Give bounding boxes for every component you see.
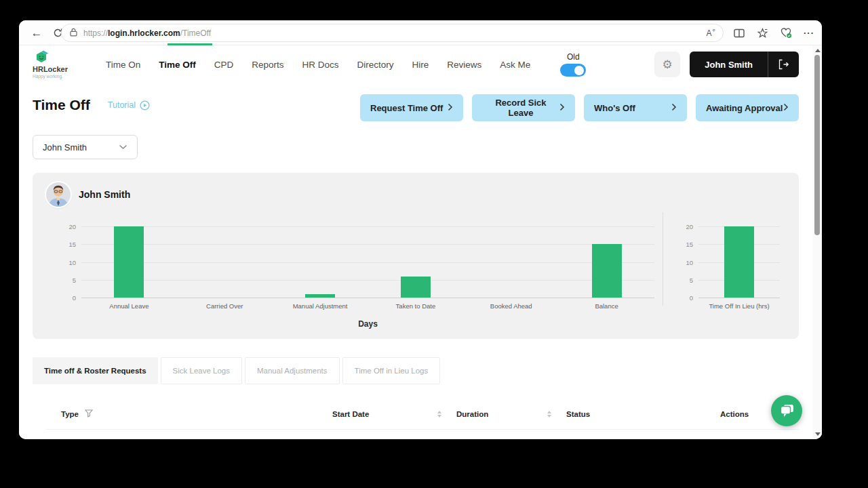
column-header-start-date[interactable]: Start Date (332, 399, 369, 430)
scroll-up-icon[interactable] (815, 49, 821, 52)
y-axis-tick: 10 (674, 259, 693, 266)
nav-item-reports[interactable]: Reports (252, 60, 283, 70)
tutorial-link[interactable]: Tutorial (108, 100, 150, 110)
request-time-off-button[interactable]: Request Time Off (360, 94, 463, 121)
y-axis-tick: 5 (57, 277, 76, 284)
nav-items: Time OnTime OffCPDReportsHR DocsDirector… (106, 60, 530, 70)
favorites-star-icon[interactable] (757, 20, 768, 45)
log-tabs: Time off & Roster RequestsSick Leave Log… (33, 357, 440, 384)
who-s-off-button[interactable]: Who's Off (584, 94, 687, 121)
app-content: HRLocker Happy working. Time OnTime OffC… (19, 45, 822, 439)
button-label: Record Sick Leave (482, 98, 559, 118)
tutorial-label: Tutorial (108, 100, 136, 110)
x-axis-category: Manual Adjustment (273, 302, 368, 310)
y-axis-tick: 15 (57, 241, 76, 248)
x-axis-category: Taken to Date (368, 302, 464, 310)
button-label: Awaiting Approval (706, 103, 783, 113)
column-header-type[interactable]: Type (61, 399, 93, 430)
sort-icon[interactable] (547, 399, 551, 430)
chevron-down-icon (119, 144, 127, 150)
y-axis-tick: 20 (57, 223, 76, 230)
nav-item-hire[interactable]: Hire (412, 60, 429, 70)
button-label: Request Time Off (370, 103, 443, 113)
employee-select-value: John Smith (43, 142, 87, 152)
hrlocker-logo[interactable]: HRLocker Happy working. (33, 49, 68, 79)
logout-icon[interactable] (768, 59, 799, 70)
scroll-down-icon[interactable] (815, 432, 821, 436)
nav-item-ask-me[interactable]: Ask Me (500, 60, 530, 70)
chevron-right-icon (783, 103, 789, 113)
scrollbar-thumb[interactable] (814, 55, 820, 235)
record-sick-leave-button[interactable]: Record Sick Leave (472, 94, 575, 121)
tab-time-off-roster-requests[interactable]: Time off & Roster Requests (33, 357, 158, 384)
y-axis-tick: 0 (674, 294, 693, 302)
chat-bubbles-icon (778, 403, 795, 418)
nav-item-time-off[interactable]: Time Off (159, 60, 196, 70)
y-axis-tick: 0 (57, 294, 76, 302)
column-header-status: Status (566, 399, 590, 430)
y-axis-tick: 15 (674, 241, 693, 248)
chevron-right-icon (671, 103, 677, 113)
gridline (81, 298, 654, 298)
table-header-row (46, 399, 799, 430)
play-circle-icon (140, 100, 150, 110)
lock-icon[interactable] (70, 27, 77, 39)
nav-item-cpd[interactable]: CPD (214, 60, 234, 70)
address-bar[interactable]: https://login.hrlocker.com/TimeOff A» (61, 24, 724, 42)
nav-item-time-on[interactable]: Time On (106, 60, 140, 70)
gridline (81, 262, 654, 263)
column-label: Duration (456, 410, 488, 418)
chat-widget-button[interactable] (771, 395, 802, 426)
tab-sick-leave-logs[interactable]: Sick Leave Logs (161, 357, 242, 384)
tab-manual-adjustments[interactable]: Manual Adjustments (245, 357, 340, 384)
column-label: Type (61, 410, 79, 418)
logo-tagline: Happy working. (33, 75, 68, 79)
browser-essentials-icon[interactable] (780, 20, 793, 45)
quick-actions: Request Time OffRecord Sick LeaveWho's O… (360, 94, 799, 121)
hrlocker-logo-icon (33, 49, 49, 65)
sort-icon[interactable] (437, 399, 441, 430)
vertical-scrollbar[interactable] (812, 45, 822, 439)
user-name: John Smith (690, 60, 768, 70)
column-label: Start Date (332, 410, 369, 418)
profile-name: John Smith (79, 189, 130, 200)
progress-indicator (167, 43, 212, 45)
y-axis-tick: 20 (674, 223, 693, 230)
y-axis-tick: 5 (674, 277, 693, 284)
old-version-toggle[interactable]: Old (560, 52, 586, 77)
browser-toolbar: ← https://login.hrlocker.com/TimeOff A» … (19, 20, 822, 45)
user-menu-button[interactable]: John Smith (690, 52, 799, 77)
chart-divider (663, 212, 663, 306)
x-axis-category: Time Off In Lieu (hrs) (698, 302, 780, 310)
chevron-right-icon (559, 103, 565, 113)
nav-item-reviews[interactable]: Reviews (447, 60, 481, 70)
url-text: https://login.hrlocker.com/TimeOff (83, 28, 211, 38)
toggle-knob (574, 66, 584, 75)
toggle-switch[interactable] (560, 64, 586, 77)
bar-time-off-in-lieu-hrs (724, 226, 754, 298)
settings-button[interactable]: ⚙ (654, 52, 680, 77)
tab-time-off-in-lieu-logs[interactable]: Time Off in Lieu Logs (342, 357, 441, 384)
x-axis-label: Days (81, 319, 654, 329)
bar-balance (592, 244, 622, 298)
bar-taken-to-date (401, 277, 431, 298)
x-axis-category: Carried Over (177, 302, 273, 310)
read-aloud-icon[interactable]: A» (707, 28, 715, 38)
gear-icon: ⚙ (663, 58, 673, 72)
split-screen-icon[interactable] (734, 20, 745, 45)
awaiting-approval-button[interactable]: Awaiting Approval (696, 94, 799, 121)
back-icon[interactable]: ← (27, 20, 46, 45)
browser-menu-icon[interactable]: ··· (804, 20, 814, 45)
column-header-duration[interactable]: Duration (456, 399, 488, 430)
balance-chart-card: John Smith 05101520Annual LeaveCarried O… (33, 173, 799, 339)
bar-annual-leave (114, 226, 144, 298)
nav-item-directory[interactable]: Directory (357, 60, 394, 70)
y-axis-tick: 10 (57, 259, 76, 266)
logo-name: HRLocker (33, 66, 68, 73)
nav-item-hr-docs[interactable]: HR Docs (302, 60, 339, 70)
bar-manual-adjustment (305, 294, 335, 298)
filter-icon[interactable] (85, 409, 93, 419)
x-axis-category: Annual Leave (81, 302, 177, 310)
employee-profile: John Smith (46, 182, 130, 207)
employee-select[interactable]: John Smith (33, 135, 138, 159)
